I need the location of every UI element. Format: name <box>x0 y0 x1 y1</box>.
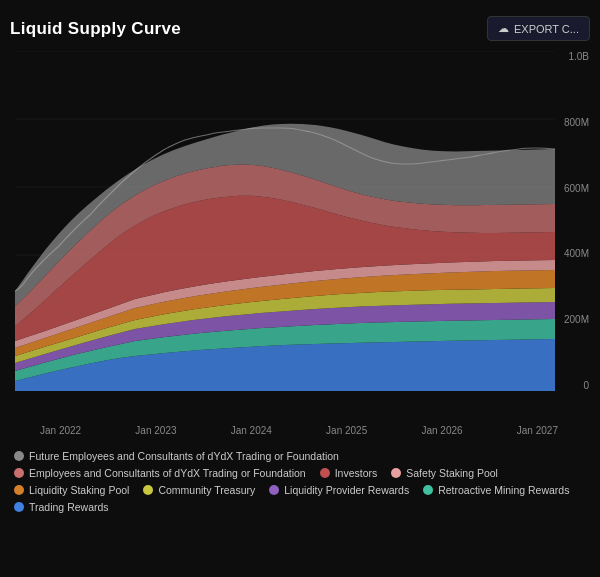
legend-dot-retroactive-mining <box>423 485 433 495</box>
legend-dot-employees <box>14 468 24 478</box>
legend-item-investors: Investors <box>320 467 378 479</box>
chart-area: 1.0B 800M 600M 400M 200M 0 <box>15 51 585 421</box>
legend-item-future-employees: Future Employees and Consultants of dYdX… <box>14 450 339 462</box>
x-axis-labels: Jan 2022 Jan 2023 Jan 2024 Jan 2025 Jan … <box>10 421 590 436</box>
legend-dot-liquidity-provider <box>269 485 279 495</box>
legend-dot-liquidity-staking <box>14 485 24 495</box>
legend-item-safety-staking: Safety Staking Pool <box>391 467 498 479</box>
legend-item-employees: Employees and Consultants of dYdX Tradin… <box>14 467 306 479</box>
y-axis-labels: 1.0B 800M 600M 400M 200M 0 <box>557 51 589 391</box>
legend-item-liquidity-staking: Liquidity Staking Pool <box>14 484 129 496</box>
legend-dot-investors <box>320 468 330 478</box>
legend-dot-safety-staking <box>391 468 401 478</box>
legend-item-retroactive-mining: Retroactive Mining Rewards <box>423 484 569 496</box>
legend-dot-trading-rewards <box>14 502 24 512</box>
main-container: Liquid Supply Curve ☁ EXPORT C... <box>0 0 600 577</box>
legend-item-liquidity-provider: Liquidity Provider Rewards <box>269 484 409 496</box>
legend-dot-community-treasury <box>143 485 153 495</box>
legend-item-community-treasury: Community Treasury <box>143 484 255 496</box>
header: Liquid Supply Curve ☁ EXPORT C... <box>10 16 590 41</box>
legend-item-trading-rewards: Trading Rewards <box>14 501 109 513</box>
export-button[interactable]: ☁ EXPORT C... <box>487 16 590 41</box>
page-title: Liquid Supply Curve <box>10 19 181 39</box>
export-icon: ☁ <box>498 22 509 35</box>
area-chart <box>15 51 555 391</box>
legend-dot-future-employees <box>14 451 24 461</box>
chart-legend: Future Employees and Consultants of dYdX… <box>10 444 590 513</box>
